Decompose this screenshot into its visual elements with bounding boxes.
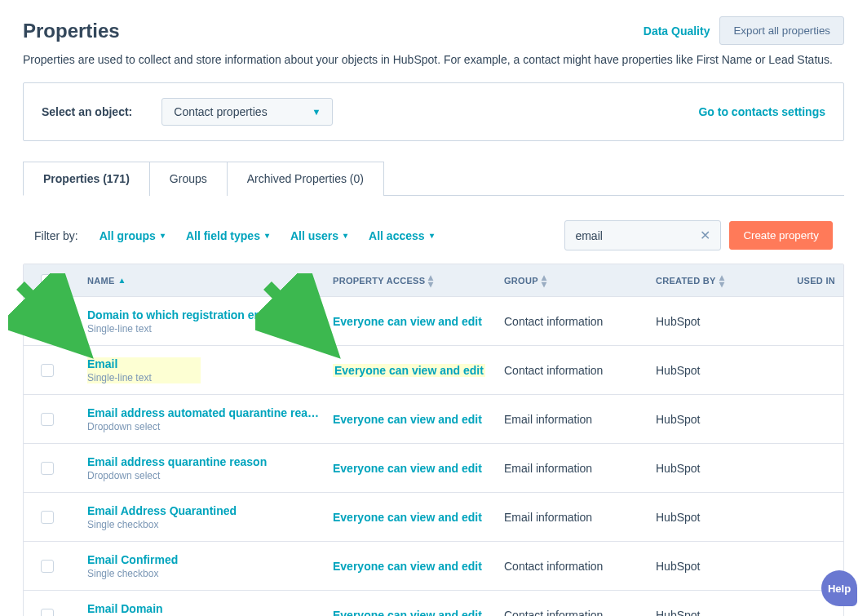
- col-group[interactable]: GROUP▴▾: [504, 274, 656, 287]
- property-group: Contact information: [504, 315, 656, 328]
- property-group: Contact information: [504, 560, 656, 573]
- create-property-button[interactable]: Create property: [729, 221, 833, 250]
- tab-properties[interactable]: Properties (171): [23, 162, 150, 196]
- caret-down-icon: ▾: [343, 231, 347, 240]
- caret-down-icon: ▾: [430, 231, 434, 240]
- object-selector-panel: Select an object: Contact properties ▼ G…: [23, 82, 844, 141]
- help-button[interactable]: Help: [821, 570, 857, 606]
- property-type: Single-line text: [87, 372, 152, 383]
- select-all-checkbox[interactable]: [41, 274, 54, 287]
- property-type: Single-line text: [87, 323, 325, 335]
- property-created-by: HubSpot: [656, 462, 781, 475]
- property-access-link[interactable]: Everyone can view and edit: [333, 413, 504, 426]
- clear-search-icon[interactable]: ✕: [700, 228, 710, 243]
- property-created-by: HubSpot: [656, 560, 781, 573]
- data-quality-link[interactable]: Data Quality: [644, 24, 710, 38]
- property-access-link[interactable]: Everyone can view and edit: [333, 462, 504, 475]
- tab-groups[interactable]: Groups: [149, 162, 228, 196]
- property-group: Email information: [504, 462, 656, 475]
- property-name-link[interactable]: Email Domain: [87, 602, 325, 615]
- object-select-label: Select an object:: [42, 105, 132, 118]
- filter-by-label: Filter by:: [34, 229, 78, 242]
- row-checkbox[interactable]: [41, 560, 54, 573]
- col-used-in[interactable]: USED IN: [781, 276, 843, 286]
- property-created-by: HubSpot: [656, 315, 781, 328]
- tab-archived[interactable]: Archived Properties (0): [227, 162, 384, 196]
- row-checkbox[interactable]: [41, 462, 54, 475]
- row-checkbox[interactable]: [41, 364, 54, 377]
- property-access-link[interactable]: Everyone can view and edit: [333, 364, 485, 377]
- search-input[interactable]: [575, 229, 692, 242]
- property-access-link[interactable]: Everyone can view and edit: [333, 511, 504, 524]
- table-row: Email DomainSingle-line textEveryone can…: [24, 591, 843, 616]
- property-access-link[interactable]: Everyone can view and edit: [333, 560, 504, 573]
- property-created-by: HubSpot: [656, 609, 781, 616]
- export-all-button[interactable]: Export all properties: [719, 16, 844, 45]
- go-to-settings-link[interactable]: Go to contacts settings: [698, 105, 825, 118]
- filter-fieldtypes[interactable]: All field types▾: [186, 229, 269, 242]
- sort-icon: ▴▾: [428, 274, 433, 287]
- object-select-value: Contact properties: [174, 105, 267, 118]
- property-name-link[interactable]: Email address automated quarantine rea…: [87, 406, 325, 419]
- property-group: Contact information: [504, 609, 656, 616]
- property-type: Dropdown select: [87, 421, 325, 432]
- table-row: Email address quarantine reasonDropdown …: [24, 444, 843, 493]
- property-created-by: HubSpot: [656, 511, 781, 524]
- row-checkbox[interactable]: [41, 315, 54, 328]
- row-checkbox[interactable]: [41, 511, 54, 524]
- property-name-link[interactable]: Domain to which registration email was s…: [87, 308, 325, 321]
- property-name-link[interactable]: Email: [87, 357, 152, 370]
- caret-down-icon: ▾: [265, 231, 269, 240]
- object-select[interactable]: Contact properties ▼: [161, 98, 333, 126]
- sort-icon: ▴▾: [719, 274, 724, 287]
- filter-groups[interactable]: All groups▾: [100, 229, 165, 242]
- table-row: Email address automated quarantine rea…D…: [24, 395, 843, 444]
- caret-down-icon: ▼: [312, 107, 321, 117]
- table-header: NAME▲ PROPERTY ACCESS▴▾ GROUP▴▾ CREATED …: [24, 264, 843, 297]
- properties-table: NAME▲ PROPERTY ACCESS▴▾ GROUP▴▾ CREATED …: [23, 264, 844, 616]
- property-group: Email information: [504, 511, 656, 524]
- property-group: Contact information: [504, 364, 656, 377]
- tabs: Properties (171) Groups Archived Propert…: [23, 161, 844, 196]
- row-checkbox[interactable]: [41, 609, 54, 616]
- property-name-link[interactable]: Email address quarantine reason: [87, 455, 325, 468]
- col-created-by[interactable]: CREATED BY▴▾: [656, 274, 781, 287]
- table-row: Domain to which registration email was s…: [24, 297, 843, 346]
- property-name-link[interactable]: Email Confirmed: [87, 553, 325, 566]
- property-access-link[interactable]: Everyone can view and edit: [333, 315, 504, 328]
- col-access[interactable]: PROPERTY ACCESS▴▾: [333, 274, 504, 287]
- property-access-link[interactable]: Everyone can view and edit: [333, 609, 504, 616]
- filter-users[interactable]: All users▾: [290, 229, 347, 242]
- property-type: Single checkbox: [87, 568, 325, 579]
- caret-down-icon: ▾: [161, 231, 165, 240]
- property-group: Email information: [504, 413, 656, 426]
- row-checkbox[interactable]: [41, 413, 54, 426]
- table-row: EmailSingle-line textEveryone can view a…: [24, 346, 843, 395]
- search-input-wrap[interactable]: ✕: [564, 220, 721, 250]
- table-row: Email Address QuarantinedSingle checkbox…: [24, 493, 843, 542]
- table-row: Email ConfirmedSingle checkboxEveryone c…: [24, 542, 843, 591]
- page-title: Properties: [23, 20, 120, 42]
- page-description: Properties are used to collect and store…: [23, 53, 844, 66]
- property-name-link[interactable]: Email Address Quarantined: [87, 504, 325, 517]
- filter-access[interactable]: All access▾: [369, 229, 434, 242]
- property-type: Dropdown select: [87, 470, 325, 481]
- property-created-by: HubSpot: [656, 413, 781, 426]
- col-name[interactable]: NAME▲: [71, 276, 333, 286]
- property-created-by: HubSpot: [656, 364, 781, 377]
- sort-icon: ▴▾: [542, 274, 546, 287]
- property-type: Single checkbox: [87, 519, 325, 530]
- sort-asc-icon: ▲: [118, 276, 126, 285]
